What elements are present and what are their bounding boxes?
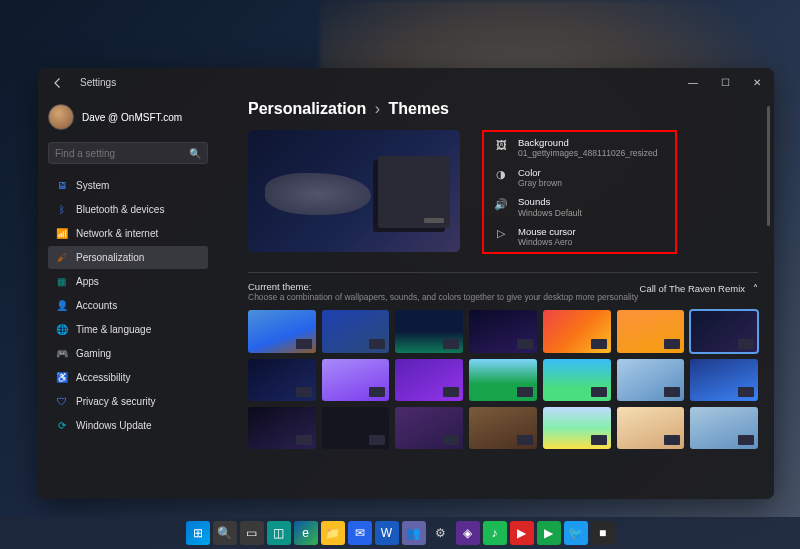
- theme-tile[interactable]: [248, 359, 316, 401]
- nav-label: Privacy & security: [76, 396, 155, 407]
- sidebar-item-accounts[interactable]: 👤Accounts: [48, 294, 208, 317]
- theme-chip: [443, 435, 459, 445]
- sidebar-item-time-language[interactable]: 🌐Time & language: [48, 318, 208, 341]
- scrollbar[interactable]: [767, 106, 770, 226]
- app-red[interactable]: ▶: [510, 521, 534, 545]
- theme-chip: [664, 339, 680, 349]
- explorer[interactable]: 📁: [321, 521, 345, 545]
- theme-tile[interactable]: [469, 407, 537, 449]
- nav-label: Accounts: [76, 300, 117, 311]
- app-green[interactable]: ▶: [537, 521, 561, 545]
- theme-tile[interactable]: [469, 310, 537, 352]
- nav-icon: ▦: [55, 275, 68, 288]
- theme-chip: [738, 435, 754, 445]
- edge[interactable]: e: [294, 521, 318, 545]
- option-title: Mouse cursor: [518, 226, 576, 237]
- app-dark[interactable]: ■: [591, 521, 615, 545]
- close-button[interactable]: ✕: [748, 77, 766, 88]
- sidebar-item-windows-update[interactable]: ⟳Windows Update: [48, 414, 208, 437]
- breadcrumb-parent[interactable]: Personalization: [248, 100, 366, 117]
- settings-window: Settings — ☐ ✕ Dave @ OnMSFT.com 🔍 🖥Syst…: [38, 68, 774, 499]
- sidebar-item-personalization[interactable]: 🖌Personalization: [48, 246, 208, 269]
- sidebar-item-system[interactable]: 🖥System: [48, 174, 208, 197]
- theme-chip: [296, 435, 312, 445]
- sidebar-item-network-internet[interactable]: 📶Network & internet: [48, 222, 208, 245]
- theme-chip: [738, 387, 754, 397]
- theme-chip: [517, 435, 533, 445]
- nav-icon: ᛒ: [55, 203, 68, 216]
- theme-chip: [443, 339, 459, 349]
- theme-tile[interactable]: [617, 407, 685, 449]
- spotify[interactable]: ♪: [483, 521, 507, 545]
- nav-icon: ♿: [55, 371, 68, 384]
- start-button[interactable]: ⊞: [186, 521, 210, 545]
- avatar: [48, 104, 74, 130]
- sidebar-item-privacy-security[interactable]: 🛡Privacy & security: [48, 390, 208, 413]
- theme-chip: [591, 339, 607, 349]
- color-icon: ◑: [493, 167, 509, 183]
- nav-icon: 🛡: [55, 395, 68, 408]
- sidebar-item-apps[interactable]: ▦Apps: [48, 270, 208, 293]
- task-view[interactable]: ▭: [240, 521, 264, 545]
- theme-option-mouse-cursor[interactable]: ▷Mouse cursorWindows Aero: [493, 226, 657, 248]
- theme-tile[interactable]: [690, 407, 758, 449]
- theme-options-panel: 🖼Background01_gettyimages_488111026_resi…: [482, 130, 677, 254]
- vs[interactable]: ◈: [456, 521, 480, 545]
- theme-tile[interactable]: [322, 359, 390, 401]
- theme-chip: [517, 387, 533, 397]
- theme-tile[interactable]: [690, 359, 758, 401]
- theme-preview: [248, 130, 460, 252]
- theme-tile[interactable]: [617, 310, 685, 352]
- theme-chip: [517, 339, 533, 349]
- nav-icon: 🖌: [55, 251, 68, 264]
- theme-tile[interactable]: [322, 407, 390, 449]
- search-box[interactable]: 🔍: [48, 142, 208, 164]
- window-title: Settings: [80, 77, 116, 88]
- nav-label: Apps: [76, 276, 99, 287]
- theme-tile[interactable]: [248, 310, 316, 352]
- theme-tile[interactable]: [690, 310, 758, 352]
- nav-label: Network & internet: [76, 228, 158, 239]
- theme-option-color[interactable]: ◑ColorGray brown: [493, 167, 657, 189]
- sidebar-item-accessibility[interactable]: ♿Accessibility: [48, 366, 208, 389]
- word[interactable]: W: [375, 521, 399, 545]
- theme-grid: [248, 310, 758, 449]
- back-button[interactable]: [52, 75, 66, 89]
- theme-chip: [738, 339, 754, 349]
- theme-tile[interactable]: [469, 359, 537, 401]
- teams[interactable]: 👥: [402, 521, 426, 545]
- theme-tile[interactable]: [322, 310, 390, 352]
- theme-option-sounds[interactable]: 🔊SoundsWindows Default: [493, 196, 657, 218]
- theme-tile[interactable]: [395, 359, 463, 401]
- settings[interactable]: ⚙: [429, 521, 453, 545]
- current-theme-expand[interactable]: Call of The Raven Remix ˄: [640, 281, 758, 294]
- nav-label: System: [76, 180, 109, 191]
- nav-icon: 👤: [55, 299, 68, 312]
- current-theme-row[interactable]: Current theme: Choose a combination of w…: [248, 272, 758, 302]
- theme-chip: [369, 387, 385, 397]
- sidebar-item-gaming[interactable]: 🎮Gaming: [48, 342, 208, 365]
- twitter[interactable]: 🐦: [564, 521, 588, 545]
- theme-tile[interactable]: [395, 310, 463, 352]
- sidebar-item-bluetooth-devices[interactable]: ᛒBluetooth & devices: [48, 198, 208, 221]
- theme-tile[interactable]: [543, 310, 611, 352]
- theme-chip: [369, 435, 385, 445]
- widgets[interactable]: ◫: [267, 521, 291, 545]
- minimize-button[interactable]: —: [684, 77, 702, 88]
- theme-option-background[interactable]: 🖼Background01_gettyimages_488111026_resi…: [493, 137, 657, 159]
- search-input[interactable]: [55, 148, 189, 159]
- theme-tile[interactable]: [617, 359, 685, 401]
- breadcrumb-child: Themes: [388, 100, 448, 117]
- nav-label: Windows Update: [76, 420, 152, 431]
- theme-tile[interactable]: [395, 407, 463, 449]
- profile[interactable]: Dave @ OnMSFT.com: [48, 102, 208, 132]
- sounds-icon: 🔊: [493, 196, 509, 212]
- theme-tile[interactable]: [543, 359, 611, 401]
- search-button[interactable]: 🔍: [213, 521, 237, 545]
- theme-tile[interactable]: [248, 407, 316, 449]
- theme-chip: [369, 339, 385, 349]
- maximize-button[interactable]: ☐: [716, 77, 734, 88]
- mail[interactable]: ✉: [348, 521, 372, 545]
- nav-list: 🖥SystemᛒBluetooth & devices📶Network & in…: [48, 174, 208, 437]
- theme-tile[interactable]: [543, 407, 611, 449]
